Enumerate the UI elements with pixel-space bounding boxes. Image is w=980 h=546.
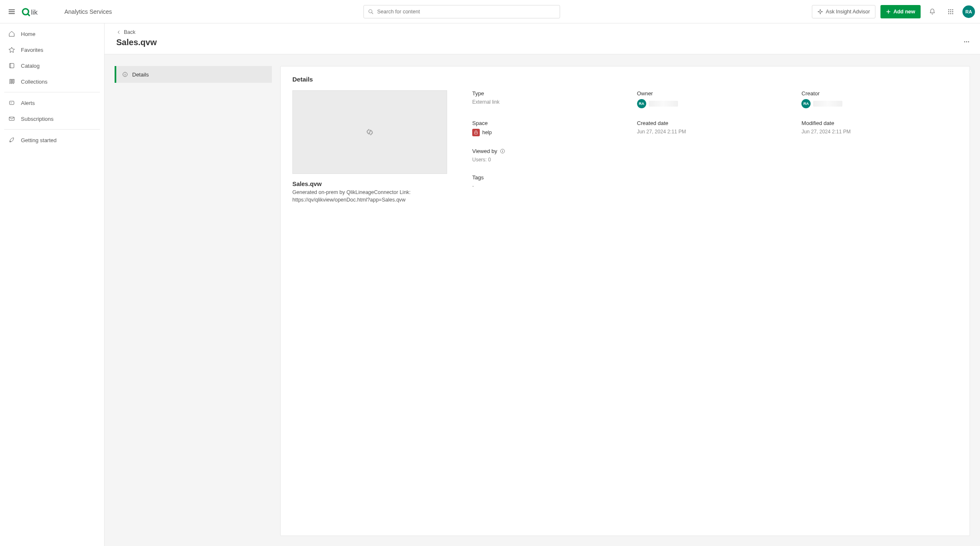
link-icon xyxy=(362,125,377,140)
meta-created: Created date Jun 27, 2024 2:11 PM xyxy=(637,120,793,136)
app-launcher-button[interactable] xyxy=(944,5,957,18)
meta-space-label: Space xyxy=(472,120,629,126)
main-area: Details Details Sales.qvw Genera xyxy=(105,54,980,546)
more-actions-button[interactable] xyxy=(963,38,970,46)
back-label: Back xyxy=(124,29,136,35)
file-description: Generated on-prem by QlikLineageConnecto… xyxy=(292,189,447,204)
alert-icon xyxy=(8,100,15,106)
sidebar-item-catalog[interactable]: Catalog xyxy=(4,58,100,74)
search-box[interactable] xyxy=(363,5,560,18)
svg-text:lik: lik xyxy=(31,8,38,16)
content: Back Sales.qvw Details Details xyxy=(105,23,980,546)
svg-point-17 xyxy=(968,41,969,42)
meta-owner-label: Owner xyxy=(637,90,793,97)
svg-rect-14 xyxy=(9,117,14,120)
meta-creator: Creator RA xyxy=(801,90,958,108)
notifications-button[interactable] xyxy=(926,5,939,18)
page-header: Back Sales.qvw xyxy=(105,23,980,54)
meta-space-value[interactable]: help xyxy=(472,129,629,136)
space-icon xyxy=(472,129,480,136)
grid-icon xyxy=(947,8,954,15)
svg-point-3 xyxy=(948,9,949,10)
meta-creator-value: RA xyxy=(801,99,958,108)
svg-point-4 xyxy=(950,9,951,10)
svg-point-9 xyxy=(948,13,949,14)
meta-space: Space help xyxy=(472,120,629,136)
meta-modified: Modified date Jun 27, 2024 2:11 PM xyxy=(801,120,958,136)
meta-tags-value: - xyxy=(472,183,629,189)
space-name: help xyxy=(482,130,492,135)
meta-modified-value: Jun 27, 2024 2:11 PM xyxy=(801,129,958,135)
meta-columns: Type External link Owner RA Creator xyxy=(472,90,958,204)
svg-point-5 xyxy=(952,9,953,10)
svg-point-8 xyxy=(952,11,953,12)
sidebar-item-alerts[interactable]: Alerts xyxy=(4,95,100,111)
side-tabs: Details xyxy=(105,66,272,536)
sidebar-item-label: Favorites xyxy=(21,47,43,53)
sidebar-separator xyxy=(4,129,100,130)
sidebar-item-label: Subscriptions xyxy=(21,116,54,122)
sidebar-item-favorites[interactable]: Favorites xyxy=(4,42,100,58)
svg-point-15 xyxy=(964,41,965,42)
add-new-label: Add new xyxy=(893,9,915,15)
owner-name-redacted xyxy=(649,101,678,107)
creator-avatar: RA xyxy=(801,99,811,108)
back-button[interactable]: Back xyxy=(116,29,136,35)
file-name: Sales.qvw xyxy=(292,181,447,187)
panel-heading: Details xyxy=(292,76,958,83)
svg-point-11 xyxy=(952,13,953,14)
details-grid: Sales.qvw Generated on-prem by QlikLinea… xyxy=(292,90,958,204)
rocket-icon xyxy=(8,137,15,143)
details-panel: Details Sales.qvw Generated on-prem by Q… xyxy=(280,66,970,536)
sidebar-item-label: Catalog xyxy=(21,63,40,69)
catalog-icon xyxy=(8,62,15,69)
search-icon xyxy=(368,9,374,15)
preview-thumbnail xyxy=(292,90,447,174)
search-input[interactable] xyxy=(377,9,556,15)
meta-modified-label: Modified date xyxy=(801,120,958,126)
qlik-logo[interactable]: lik xyxy=(22,6,54,17)
meta-owner: Owner RA xyxy=(637,90,793,108)
plus-icon xyxy=(886,9,891,14)
sidebar-item-collections[interactable]: Collections xyxy=(4,74,100,89)
sidebar-item-label: Collections xyxy=(21,79,48,85)
collections-icon xyxy=(8,78,15,85)
meta-tags-label: Tags xyxy=(472,174,629,181)
topbar-right: Ask Insight Advisor Add new RA xyxy=(812,5,975,18)
meta-created-value: Jun 27, 2024 2:11 PM xyxy=(637,129,793,135)
add-new-button[interactable]: Add new xyxy=(880,5,921,18)
sidebar-item-getting-started[interactable]: Getting started xyxy=(4,132,100,148)
preview-column: Sales.qvw Generated on-prem by QlikLinea… xyxy=(292,90,447,204)
sidebar-item-subscriptions[interactable]: Subscriptions xyxy=(4,111,100,127)
sidebar-item-label: Getting started xyxy=(21,137,56,143)
ask-insight-advisor-button[interactable]: Ask Insight Advisor xyxy=(812,5,875,18)
menu-icon xyxy=(8,8,15,15)
hamburger-menu[interactable] xyxy=(5,5,18,18)
info-icon xyxy=(122,71,128,77)
creator-name-redacted xyxy=(813,101,842,107)
svg-point-6 xyxy=(948,11,949,12)
meta-viewed-by-label: Viewed by xyxy=(472,148,629,154)
meta-owner-value: RA xyxy=(637,99,793,108)
sidebar-item-home[interactable]: Home xyxy=(4,26,100,42)
svg-rect-12 xyxy=(10,64,14,68)
meta-type: Type External link xyxy=(472,90,629,108)
meta-created-label: Created date xyxy=(637,120,793,126)
meta-tags: Tags - xyxy=(472,174,629,189)
sidebar-item-label: Alerts xyxy=(21,100,35,106)
side-tab-label: Details xyxy=(132,71,149,78)
side-tab-details[interactable]: Details xyxy=(115,66,272,83)
info-icon[interactable] xyxy=(500,148,505,154)
meta-type-value: External link xyxy=(472,99,629,105)
product-name: Analytics Services xyxy=(64,8,112,15)
ask-insight-advisor-label: Ask Insight Advisor xyxy=(826,9,870,15)
meta-viewed-by: Viewed by Users: 0 xyxy=(472,148,629,163)
user-avatar[interactable]: RA xyxy=(962,5,975,18)
svg-point-7 xyxy=(950,11,951,12)
meta-type-label: Type xyxy=(472,90,629,97)
bell-icon xyxy=(929,8,936,15)
meta-creator-label: Creator xyxy=(801,90,958,97)
qlik-logo-icon: lik xyxy=(22,6,54,17)
meta-viewed-by-value: Users: 0 xyxy=(472,157,629,163)
star-icon xyxy=(8,46,15,53)
